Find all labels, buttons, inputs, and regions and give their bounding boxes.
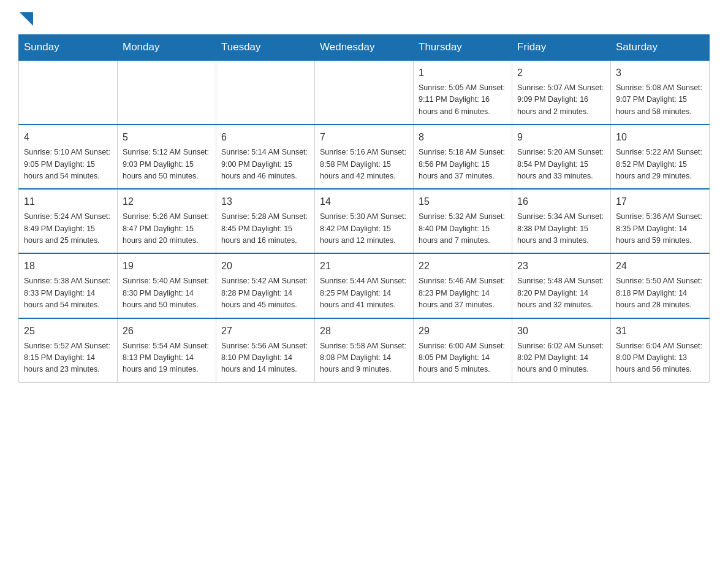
day-info: Sunrise: 6:02 AM Sunset: 8:02 PM Dayligh… xyxy=(517,340,605,376)
page-header xyxy=(18,12,710,28)
column-header-sunday: Sunday xyxy=(19,35,118,61)
column-header-thursday: Thursday xyxy=(414,35,512,61)
day-info: Sunrise: 5:38 AM Sunset: 8:33 PM Dayligh… xyxy=(24,275,112,311)
day-info: Sunrise: 5:22 AM Sunset: 8:52 PM Dayligh… xyxy=(616,147,704,182)
calendar-cell: 21Sunrise: 5:44 AM Sunset: 8:25 PM Dayli… xyxy=(315,253,414,318)
day-number: 24 xyxy=(616,259,704,274)
calendar-cell: 9Sunrise: 5:20 AM Sunset: 8:54 PM Daylig… xyxy=(512,124,611,189)
column-header-tuesday: Tuesday xyxy=(216,35,315,61)
calendar-cell: 13Sunrise: 5:28 AM Sunset: 8:45 PM Dayli… xyxy=(216,189,315,253)
day-number: 6 xyxy=(221,130,309,145)
day-number: 29 xyxy=(419,324,507,339)
day-number: 26 xyxy=(123,324,211,339)
calendar-header-row: SundayMondayTuesdayWednesdayThursdayFrid… xyxy=(19,35,710,61)
calendar-cell: 14Sunrise: 5:30 AM Sunset: 8:42 PM Dayli… xyxy=(315,189,414,253)
day-info: Sunrise: 5:20 AM Sunset: 8:54 PM Dayligh… xyxy=(517,147,605,182)
column-header-monday: Monday xyxy=(118,35,216,61)
calendar-cell: 24Sunrise: 5:50 AM Sunset: 8:18 PM Dayli… xyxy=(611,253,710,318)
calendar-cell: 6Sunrise: 5:14 AM Sunset: 9:00 PM Daylig… xyxy=(216,124,315,189)
day-number: 30 xyxy=(517,324,605,339)
day-info: Sunrise: 5:52 AM Sunset: 8:15 PM Dayligh… xyxy=(24,340,112,376)
calendar-cell: 23Sunrise: 5:48 AM Sunset: 8:20 PM Dayli… xyxy=(512,253,611,318)
calendar-cell: 26Sunrise: 5:54 AM Sunset: 8:13 PM Dayli… xyxy=(118,318,216,383)
calendar-cell: 1Sunrise: 5:05 AM Sunset: 9:11 PM Daylig… xyxy=(414,60,512,124)
day-number: 15 xyxy=(419,194,507,209)
svg-marker-0 xyxy=(20,12,33,26)
logo-triangle-icon xyxy=(20,12,33,26)
day-number: 7 xyxy=(320,130,408,145)
day-number: 10 xyxy=(616,130,704,145)
day-number: 21 xyxy=(320,259,408,274)
day-number: 23 xyxy=(517,259,605,274)
day-number: 28 xyxy=(320,324,408,339)
calendar-cell: 5Sunrise: 5:12 AM Sunset: 9:03 PM Daylig… xyxy=(118,124,216,189)
day-number: 25 xyxy=(24,324,112,339)
day-number: 2 xyxy=(517,66,605,80)
day-info: Sunrise: 5:46 AM Sunset: 8:23 PM Dayligh… xyxy=(419,275,507,311)
day-number: 20 xyxy=(221,259,309,274)
calendar-cell: 7Sunrise: 5:16 AM Sunset: 8:58 PM Daylig… xyxy=(315,124,414,189)
calendar-week-row: 1Sunrise: 5:05 AM Sunset: 9:11 PM Daylig… xyxy=(19,60,710,124)
calendar-cell: 28Sunrise: 5:58 AM Sunset: 8:08 PM Dayli… xyxy=(315,318,414,383)
calendar-week-row: 4Sunrise: 5:10 AM Sunset: 9:05 PM Daylig… xyxy=(19,124,710,189)
calendar-cell: 30Sunrise: 6:02 AM Sunset: 8:02 PM Dayli… xyxy=(512,318,611,383)
day-number: 12 xyxy=(123,194,211,209)
calendar-cell: 17Sunrise: 5:36 AM Sunset: 8:35 PM Dayli… xyxy=(611,189,710,253)
day-info: Sunrise: 5:05 AM Sunset: 9:11 PM Dayligh… xyxy=(419,82,507,118)
calendar-cell: 31Sunrise: 6:04 AM Sunset: 8:00 PM Dayli… xyxy=(611,318,710,383)
day-number: 22 xyxy=(419,259,507,274)
day-number: 18 xyxy=(24,259,112,274)
day-info: Sunrise: 5:10 AM Sunset: 9:05 PM Dayligh… xyxy=(24,147,112,182)
day-number: 13 xyxy=(221,194,309,209)
day-number: 3 xyxy=(616,66,704,80)
calendar-week-row: 18Sunrise: 5:38 AM Sunset: 8:33 PM Dayli… xyxy=(19,253,710,318)
calendar-cell: 3Sunrise: 5:08 AM Sunset: 9:07 PM Daylig… xyxy=(611,60,710,124)
day-number: 17 xyxy=(616,194,704,209)
calendar-week-row: 11Sunrise: 5:24 AM Sunset: 8:49 PM Dayli… xyxy=(19,189,710,253)
calendar-cell: 25Sunrise: 5:52 AM Sunset: 8:15 PM Dayli… xyxy=(19,318,118,383)
calendar-cell: 12Sunrise: 5:26 AM Sunset: 8:47 PM Dayli… xyxy=(118,189,216,253)
day-info: Sunrise: 6:04 AM Sunset: 8:00 PM Dayligh… xyxy=(616,340,704,376)
day-info: Sunrise: 5:26 AM Sunset: 8:47 PM Dayligh… xyxy=(123,211,211,247)
calendar-cell: 27Sunrise: 5:56 AM Sunset: 8:10 PM Dayli… xyxy=(216,318,315,383)
day-number: 9 xyxy=(517,130,605,145)
day-info: Sunrise: 5:50 AM Sunset: 8:18 PM Dayligh… xyxy=(616,275,704,311)
column-header-saturday: Saturday xyxy=(611,35,710,61)
day-number: 8 xyxy=(419,130,507,145)
day-info: Sunrise: 5:07 AM Sunset: 9:09 PM Dayligh… xyxy=(517,82,605,118)
column-header-friday: Friday xyxy=(512,35,611,61)
day-number: 14 xyxy=(320,194,408,209)
calendar-cell xyxy=(315,60,414,124)
calendar-cell: 15Sunrise: 5:32 AM Sunset: 8:40 PM Dayli… xyxy=(414,189,512,253)
calendar-cell: 8Sunrise: 5:18 AM Sunset: 8:56 PM Daylig… xyxy=(414,124,512,189)
calendar-cell: 29Sunrise: 6:00 AM Sunset: 8:05 PM Dayli… xyxy=(414,318,512,383)
day-info: Sunrise: 5:48 AM Sunset: 8:20 PM Dayligh… xyxy=(517,275,605,311)
day-info: Sunrise: 5:14 AM Sunset: 9:00 PM Dayligh… xyxy=(221,147,309,182)
calendar-cell: 4Sunrise: 5:10 AM Sunset: 9:05 PM Daylig… xyxy=(19,124,118,189)
day-info: Sunrise: 5:42 AM Sunset: 8:28 PM Dayligh… xyxy=(221,275,309,311)
day-info: Sunrise: 5:08 AM Sunset: 9:07 PM Dayligh… xyxy=(616,82,704,118)
day-number: 11 xyxy=(24,194,112,209)
day-number: 4 xyxy=(24,130,112,145)
calendar-table: SundayMondayTuesdayWednesdayThursdayFrid… xyxy=(18,34,710,383)
calendar-cell xyxy=(216,60,315,124)
logo xyxy=(18,12,33,28)
calendar-cell: 2Sunrise: 5:07 AM Sunset: 9:09 PM Daylig… xyxy=(512,60,611,124)
day-info: Sunrise: 5:30 AM Sunset: 8:42 PM Dayligh… xyxy=(320,211,408,247)
day-info: Sunrise: 5:58 AM Sunset: 8:08 PM Dayligh… xyxy=(320,340,408,376)
calendar-cell: 11Sunrise: 5:24 AM Sunset: 8:49 PM Dayli… xyxy=(19,189,118,253)
day-number: 1 xyxy=(419,66,507,80)
calendar-cell: 19Sunrise: 5:40 AM Sunset: 8:30 PM Dayli… xyxy=(118,253,216,318)
calendar-cell: 20Sunrise: 5:42 AM Sunset: 8:28 PM Dayli… xyxy=(216,253,315,318)
column-header-wednesday: Wednesday xyxy=(315,35,414,61)
day-number: 31 xyxy=(616,324,704,339)
day-info: Sunrise: 5:36 AM Sunset: 8:35 PM Dayligh… xyxy=(616,211,704,247)
day-info: Sunrise: 5:34 AM Sunset: 8:38 PM Dayligh… xyxy=(517,211,605,247)
day-number: 19 xyxy=(123,259,211,274)
calendar-cell: 16Sunrise: 5:34 AM Sunset: 8:38 PM Dayli… xyxy=(512,189,611,253)
calendar-cell xyxy=(19,60,118,124)
day-info: Sunrise: 6:00 AM Sunset: 8:05 PM Dayligh… xyxy=(419,340,507,376)
calendar-cell xyxy=(118,60,216,124)
day-info: Sunrise: 5:18 AM Sunset: 8:56 PM Dayligh… xyxy=(419,147,507,182)
calendar-cell: 10Sunrise: 5:22 AM Sunset: 8:52 PM Dayli… xyxy=(611,124,710,189)
